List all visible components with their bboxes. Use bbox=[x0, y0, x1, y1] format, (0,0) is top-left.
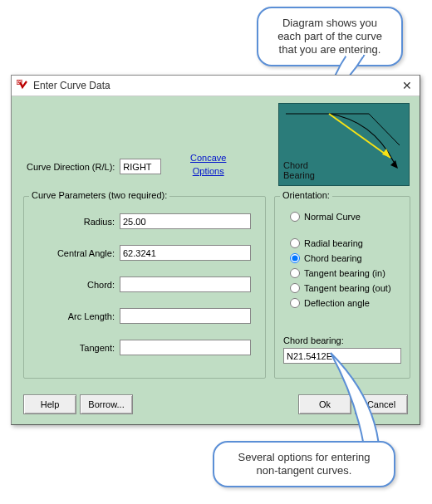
radio-chord-bearing[interactable]: Chord bearing bbox=[290, 253, 362, 263]
radio-deflection-angle-input[interactable] bbox=[290, 298, 300, 308]
radio-tangent-in-input[interactable] bbox=[290, 268, 300, 278]
radio-radial-bearing[interactable]: Radial bearing bbox=[290, 238, 363, 248]
radio-tangent-out-input[interactable] bbox=[290, 283, 300, 293]
app-icon: DE bbox=[16, 79, 29, 92]
bearing-field-label: Chord bearing: bbox=[283, 335, 344, 345]
diagram-label: Chord Bearing bbox=[283, 160, 315, 180]
radio-tangent-in[interactable]: Tangent bearing (in) bbox=[290, 268, 385, 278]
arc-length-input[interactable] bbox=[120, 308, 251, 324]
radio-deflection-angle[interactable]: Deflection angle bbox=[290, 298, 370, 308]
central-angle-input[interactable] bbox=[120, 245, 251, 261]
radius-row: Radius: bbox=[24, 213, 265, 229]
radio-normal-curve[interactable]: Normal Curve bbox=[290, 212, 361, 222]
links-column: Concave Options bbox=[190, 151, 226, 178]
concave-link[interactable]: Concave bbox=[190, 151, 226, 164]
arc-length-label: Arc Length: bbox=[24, 311, 120, 321]
radius-input[interactable] bbox=[120, 213, 251, 229]
tangent-label: Tangent: bbox=[24, 343, 120, 353]
borrow-button[interactable]: Borrow... bbox=[80, 394, 133, 414]
chord-label: Chord: bbox=[24, 280, 120, 290]
callout-diagram-text: Diagram shows you each part of the curve… bbox=[277, 17, 382, 56]
orientation-title: Orientation: bbox=[280, 190, 332, 200]
curve-parameters-title: Curve Parameters (two required): bbox=[29, 190, 169, 200]
curve-parameters-group: Curve Parameters (two required): Radius:… bbox=[23, 196, 266, 379]
radio-radial-bearing-input[interactable] bbox=[290, 238, 300, 248]
callout-tail-bottom bbox=[331, 353, 389, 448]
svg-line-3 bbox=[369, 114, 400, 145]
curve-direction-row: Curve Direction (R/L): bbox=[27, 159, 161, 174]
tangent-row: Tangent: bbox=[24, 340, 265, 355]
radio-chord-bearing-input[interactable] bbox=[290, 253, 300, 263]
callout-orientation: Several options for entering non-tangent… bbox=[213, 441, 395, 487]
radio-tangent-out[interactable]: Tangent bearing (out) bbox=[290, 283, 391, 293]
svg-line-4 bbox=[329, 114, 390, 158]
central-angle-label: Central Angle: bbox=[24, 248, 120, 258]
central-angle-row: Central Angle: bbox=[24, 245, 265, 261]
close-button[interactable]: ✕ bbox=[399, 78, 415, 93]
radius-label: Radius: bbox=[24, 217, 120, 227]
callout-orientation-text: Several options for entering non-tangent… bbox=[238, 451, 371, 477]
window-title: Enter Curve Data bbox=[33, 80, 399, 91]
radio-normal-curve-input[interactable] bbox=[290, 212, 300, 222]
chord-input[interactable] bbox=[120, 276, 251, 292]
options-link[interactable]: Options bbox=[193, 164, 224, 178]
chord-row: Chord: bbox=[24, 276, 265, 292]
arc-length-row: Arc Length: bbox=[24, 308, 265, 324]
curve-direction-label: Curve Direction (R/L): bbox=[27, 162, 115, 172]
tangent-input[interactable] bbox=[120, 340, 251, 355]
orientation-group: Orientation: Normal Curve Radial bearing… bbox=[274, 196, 410, 379]
curve-diagram: Chord Bearing bbox=[278, 103, 410, 186]
curve-direction-input[interactable] bbox=[120, 159, 161, 174]
help-button[interactable]: Help bbox=[23, 394, 76, 414]
title-bar: DE Enter Curve Data ✕ bbox=[12, 76, 420, 96]
